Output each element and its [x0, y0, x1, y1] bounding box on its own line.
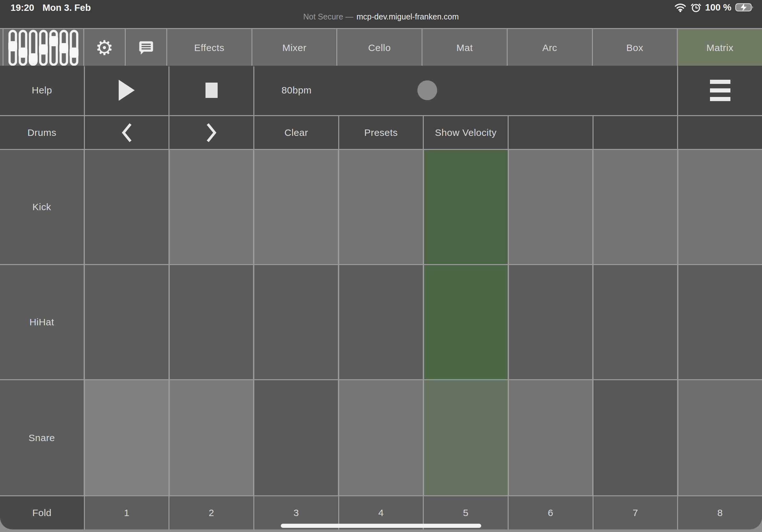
tab-arc[interactable]: Arc	[508, 29, 592, 67]
tab-effects[interactable]: Effects	[167, 29, 252, 67]
seq-cell-snare-step6[interactable]	[509, 380, 592, 495]
tempo-knob[interactable]	[418, 80, 437, 100]
transport-bar: Help 80bpm	[0, 66, 762, 115]
settings-button[interactable]: ⚙	[84, 29, 125, 67]
seq-row-label-kick[interactable]: Kick	[0, 150, 84, 264]
seq-cell-hihat-step1[interactable]	[85, 265, 169, 379]
prev-pattern-button[interactable]	[85, 116, 169, 149]
seq-cell-snare-step7[interactable]	[593, 380, 677, 495]
seq-cell-hihat-step2[interactable]	[170, 265, 253, 379]
seq-cell-hihat-step6[interactable]	[509, 265, 592, 379]
security-label: Not Secure —	[303, 12, 353, 21]
nav-edge-sliver	[0, 29, 3, 67]
seq-cell-snare-step3[interactable]	[254, 380, 338, 495]
address-bar[interactable]: Not Secure —mcp-dev.miguel-franken.com	[0, 12, 762, 21]
seq-cell-kick-step2[interactable]	[170, 150, 253, 264]
battery-icon	[735, 3, 754, 12]
status-bar-left: 19:20 Mon 3. Feb	[11, 3, 91, 13]
sliders-logo-icon	[6, 29, 80, 67]
browser-chrome: 19:20 Mon 3. Feb 100 %	[0, 0, 762, 28]
nav-bar: ⚙ EffectsMixerCelloMatArcBoxMatrix	[0, 29, 762, 65]
seq-cell-hihat-step7[interactable]	[593, 265, 677, 379]
wifi-icon	[674, 3, 687, 12]
chevron-right-icon	[206, 123, 217, 143]
fold-button[interactable]: Fold	[0, 496, 84, 529]
seq-cell-kick-step6[interactable]	[509, 150, 592, 264]
tab-mat[interactable]: Mat	[422, 29, 507, 67]
seq-cell-snare-step2[interactable]	[170, 380, 253, 495]
empty-control-cell	[678, 116, 762, 149]
stop-button[interactable]	[170, 66, 253, 115]
seq-cell-snare-step1[interactable]	[85, 380, 169, 495]
tab-matrix[interactable]: Matrix	[678, 29, 762, 67]
empty-control-cell	[593, 116, 677, 149]
tab-box[interactable]: Box	[593, 29, 677, 67]
step-number-8[interactable]: 8	[678, 496, 762, 529]
status-date: Mon 3. Feb	[42, 3, 91, 13]
seq-cell-hihat-step4[interactable]	[339, 265, 423, 379]
play-button[interactable]	[85, 66, 169, 115]
seq-cell-hihat-step3[interactable]	[254, 265, 338, 379]
status-time: 19:20	[11, 3, 34, 13]
sequencer-app: ⚙ EffectsMixerCelloMatArcBoxMatrix Help	[0, 28, 762, 529]
gear-icon: ⚙	[95, 37, 114, 58]
app-logo[interactable]	[4, 29, 83, 67]
seq-cell-kick-step4[interactable]	[339, 150, 423, 264]
seq-cell-kick-step5-active[interactable]	[424, 150, 508, 264]
step-number-1[interactable]: 1	[85, 496, 169, 529]
step-number-7[interactable]: 7	[593, 496, 677, 529]
status-bar-right: 100 %	[674, 2, 754, 13]
seq-cell-hihat-step8[interactable]	[678, 265, 762, 379]
seq-cell-snare-step8[interactable]	[678, 380, 762, 495]
seq-row-snare: Snare	[0, 380, 762, 495]
step-number-2[interactable]: 2	[170, 496, 253, 529]
pattern-controls: Drums Clear Presets Show Velocity	[0, 116, 762, 149]
url-text: mcp-dev.miguel-franken.com	[356, 12, 459, 21]
tab-cello[interactable]: Cello	[337, 29, 421, 67]
menu-button[interactable]	[678, 66, 762, 115]
empty-control-cell	[509, 116, 592, 149]
presets-button[interactable]: Presets	[339, 116, 423, 149]
play-icon	[118, 79, 135, 101]
step-number-6[interactable]: 6	[509, 496, 592, 529]
battery-percent: 100 %	[705, 2, 731, 13]
show-velocity-button[interactable]: Show Velocity	[424, 116, 508, 149]
seq-cell-kick-step3[interactable]	[254, 150, 338, 264]
stop-icon	[205, 83, 218, 98]
seq-cell-snare-step5-active[interactable]	[424, 380, 508, 495]
ipad-screen: 19:20 Mon 3. Feb 100 %	[0, 0, 762, 532]
tempo-value: 80bpm	[254, 85, 339, 96]
chevron-left-icon	[121, 123, 132, 143]
tempo-control: 80bpm	[254, 66, 677, 115]
seq-row-label-snare[interactable]: Snare	[0, 380, 84, 495]
help-button[interactable]: Help	[0, 66, 84, 115]
seq-cell-kick-step1[interactable]	[85, 150, 169, 264]
seq-cell-kick-step7[interactable]	[593, 150, 677, 264]
seq-cell-kick-step8[interactable]	[678, 150, 762, 264]
clear-button[interactable]: Clear	[254, 116, 338, 149]
chat-button[interactable]	[126, 29, 166, 67]
menu-icon	[710, 80, 730, 101]
chat-icon	[138, 41, 154, 55]
seq-cell-snare-step4[interactable]	[339, 380, 423, 495]
next-pattern-button[interactable]	[170, 116, 253, 149]
seq-row-kick: Kick	[0, 150, 762, 264]
tab-mixer[interactable]: Mixer	[253, 29, 337, 67]
seq-row-label-hihat[interactable]: HiHat	[0, 265, 84, 379]
instrument-button-drums[interactable]: Drums	[0, 116, 84, 149]
seq-cell-hihat-step5-active[interactable]	[424, 265, 508, 379]
seq-row-hihat: HiHat	[0, 265, 762, 379]
horizontal-scrollbar[interactable]	[281, 524, 481, 528]
alarm-icon	[691, 2, 701, 13]
